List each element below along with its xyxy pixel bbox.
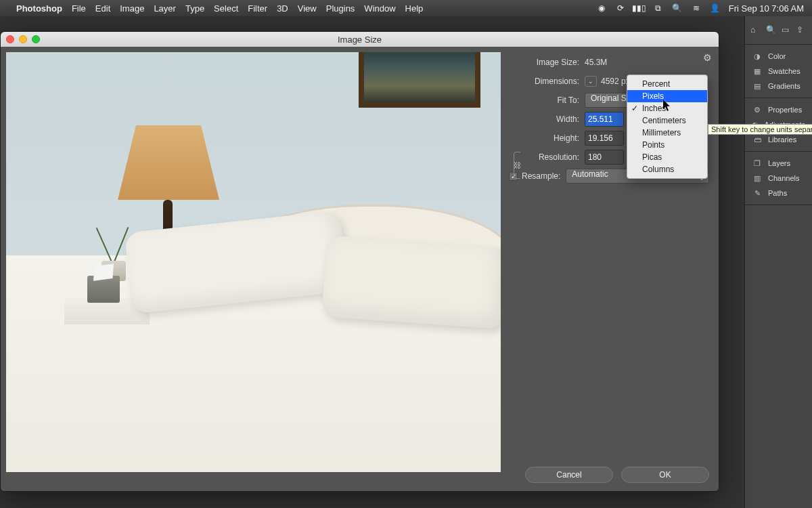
home-icon[interactable]: ⌂ bbox=[750, 25, 761, 36]
color-icon: ◑ bbox=[752, 51, 763, 61]
height-input[interactable] bbox=[585, 131, 624, 146]
unit-option-centimeters[interactable]: Centimeters bbox=[627, 114, 707, 127]
resolution-input[interactable] bbox=[585, 150, 624, 165]
cancel-button[interactable]: Cancel bbox=[525, 467, 613, 483]
app-name[interactable]: Photoshop bbox=[16, 3, 62, 14]
panel-dock-header: ⌂ 🔍 ▭ ⇪ bbox=[745, 16, 812, 45]
width-label: Width: bbox=[522, 114, 585, 124]
battery-icon[interactable]: ▮▮▯ bbox=[634, 3, 645, 14]
panel-layers[interactable]: ❐Layers bbox=[745, 156, 812, 171]
channels-icon: ▥ bbox=[752, 173, 763, 183]
panel-label: Layers bbox=[768, 159, 790, 167]
window-controls bbox=[6, 35, 40, 43]
image-size-label: Image Size: bbox=[509, 58, 585, 67]
unit-option-millimeters[interactable]: Millimeters bbox=[627, 127, 707, 139]
dialog-title: Image Size bbox=[338, 35, 382, 45]
image-size-value: 45.3M bbox=[585, 58, 607, 67]
menu-view[interactable]: View bbox=[298, 3, 317, 14]
unit-option-columns[interactable]: Columns bbox=[627, 163, 707, 175]
panel-gradients[interactable]: ▤Gradients bbox=[745, 79, 812, 93]
search-icon[interactable]: 🔍 bbox=[766, 25, 776, 36]
menu-edit[interactable]: Edit bbox=[95, 3, 110, 14]
gradients-icon: ▤ bbox=[752, 81, 763, 91]
minimize-button[interactable] bbox=[19, 35, 27, 43]
image-preview[interactable] bbox=[6, 52, 501, 472]
width-input[interactable] bbox=[585, 112, 624, 127]
record-icon[interactable]: ◉ bbox=[596, 3, 607, 14]
panel-label: Color bbox=[768, 52, 786, 60]
dimensions-label: Dimensions: bbox=[509, 77, 585, 86]
menu-type[interactable]: Type bbox=[185, 3, 204, 14]
ok-button[interactable]: OK bbox=[621, 467, 709, 483]
menu-clock[interactable]: Fri Sep 10 7:06 AM bbox=[729, 3, 804, 14]
arrange-icon[interactable]: ▭ bbox=[782, 25, 792, 36]
libraries-icon: 🗃 bbox=[752, 135, 763, 144]
unit-option-percent[interactable]: Percent bbox=[627, 78, 707, 90]
panel-label: Properties bbox=[768, 106, 802, 114]
resample-value: Automatic bbox=[572, 169, 608, 179]
menu-image[interactable]: Image bbox=[120, 3, 144, 14]
ok-label: OK bbox=[659, 470, 671, 480]
panel-paths[interactable]: ✎Paths bbox=[745, 186, 812, 200]
close-button[interactable] bbox=[6, 35, 14, 43]
menu-3d[interactable]: 3D bbox=[277, 3, 288, 14]
gear-icon[interactable]: ⚙ bbox=[703, 52, 712, 63]
link-icon[interactable]: ⧉ bbox=[653, 3, 664, 14]
units-tooltip: Shift key to change units separately bbox=[708, 124, 812, 135]
zoom-button[interactable] bbox=[32, 35, 40, 43]
menu-filter[interactable]: Filter bbox=[248, 3, 267, 14]
menu-file[interactable]: File bbox=[72, 3, 86, 14]
menu-help[interactable]: Help bbox=[405, 3, 424, 14]
panel-label: Gradients bbox=[768, 82, 800, 90]
height-label: Height: bbox=[522, 133, 585, 143]
macos-menu-bar: Photoshop File Edit Image Layer Type Sel… bbox=[0, 0, 812, 16]
resample-label: Resample: bbox=[522, 171, 560, 181]
creative-cloud-icon[interactable]: ⟳ bbox=[615, 3, 626, 14]
unit-option-picas[interactable]: Picas bbox=[627, 151, 707, 163]
chain-icon: ⛓ bbox=[514, 161, 521, 169]
panel-color[interactable]: ◑Color bbox=[745, 49, 812, 64]
share-icon[interactable]: ⇪ bbox=[796, 25, 807, 36]
menu-bar-right: ◉ ⟳ ▮▮▯ ⧉ 🔍 ≋ 👤 Fri Sep 10 7:06 AM bbox=[596, 3, 804, 14]
panel-channels[interactable]: ▥Channels bbox=[745, 171, 812, 186]
control-center-icon[interactable]: ≋ bbox=[691, 3, 702, 14]
dimensions-disclosure-button[interactable]: ⌄ bbox=[585, 76, 597, 87]
menu-select[interactable]: Select bbox=[214, 3, 238, 14]
panel-label: Paths bbox=[768, 189, 787, 197]
panel-label: Libraries bbox=[768, 135, 796, 144]
constrain-proportions-link[interactable]: ⛓ bbox=[510, 148, 524, 182]
menu-layer[interactable]: Layer bbox=[154, 3, 176, 14]
fit-to-label: Fit To: bbox=[509, 96, 585, 105]
panel-swatches[interactable]: ▦Swatches bbox=[745, 64, 812, 79]
menu-window[interactable]: Window bbox=[364, 3, 395, 14]
right-panel-dock: ⌂ 🔍 ▭ ⇪ ◑Color ▦Swatches ▤Gradients ⚙Pro… bbox=[744, 16, 812, 508]
dialog-titlebar[interactable]: Image Size bbox=[1, 32, 719, 47]
unit-option-inches[interactable]: ✓Inches bbox=[627, 102, 707, 114]
panel-label: Channels bbox=[768, 174, 799, 182]
swatches-icon: ▦ bbox=[752, 66, 763, 76]
units-dropdown-menu: Percent Pixels ✓Inches Centimeters Milli… bbox=[627, 75, 708, 179]
image-size-dialog: Image Size ⚙ Image Size: 45.3M Dimension… bbox=[0, 31, 719, 492]
spotlight-icon[interactable]: 🔍 bbox=[672, 3, 683, 14]
layers-icon: ❐ bbox=[752, 158, 763, 168]
cancel-label: Cancel bbox=[556, 470, 581, 480]
menu-plugins[interactable]: Plugins bbox=[326, 3, 355, 14]
properties-icon: ⚙ bbox=[752, 105, 763, 114]
unit-option-points[interactable]: Points bbox=[627, 139, 707, 151]
paths-icon: ✎ bbox=[752, 188, 763, 198]
unit-option-pixels[interactable]: Pixels bbox=[627, 90, 707, 102]
panel-label: Swatches bbox=[768, 67, 800, 75]
panel-properties[interactable]: ⚙Properties bbox=[745, 102, 812, 117]
user-icon[interactable]: 👤 bbox=[710, 3, 721, 14]
checkmark-icon: ✓ bbox=[631, 104, 638, 113]
